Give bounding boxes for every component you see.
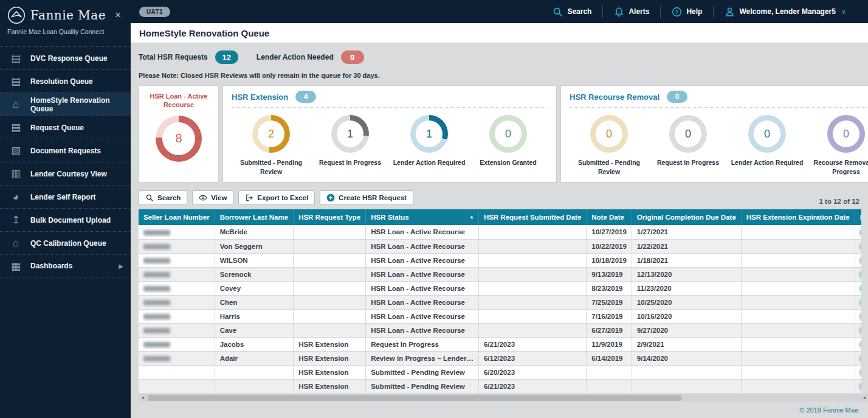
topbar-search-button[interactable]: Search xyxy=(542,7,602,17)
table-row[interactable]: Von SeggernHSR Loan - Active Recourse10/… xyxy=(139,239,861,253)
column-label: Original Completion Due Date xyxy=(637,214,736,221)
redacted-fannie-mae-loan-link[interactable] xyxy=(860,342,861,347)
status-donut: 0Extension Granted xyxy=(469,115,548,176)
topbar-alerts-button[interactable]: Alerts xyxy=(603,7,660,17)
sidebar-close-icon[interactable]: × xyxy=(112,9,123,21)
cell-status: HSR Loan - Active Recourse xyxy=(366,295,479,309)
cell-submitted: 6/12/2023 xyxy=(478,351,586,365)
content: Total HSR Requests12Lender Action Needed… xyxy=(131,43,868,418)
donut-ring: 0 xyxy=(489,115,527,153)
sidebar-item-lender-self-report[interactable]: ◕Lender Self Report xyxy=(0,185,131,208)
donut-label: Request in Progress xyxy=(652,158,725,167)
cell-note: 10/18/2019 xyxy=(587,253,632,267)
redacted-fannie-mae-loan-link[interactable] xyxy=(860,300,861,305)
donut-value: 0 xyxy=(590,115,628,153)
cell-borrower: McBride xyxy=(215,225,293,239)
table-row[interactable]: ChenHSR Loan - Active Recourse7/25/20191… xyxy=(139,295,861,309)
sidebar-item-homestyle-renovation-queue[interactable]: ⌂HomeStyle Renovation Queue xyxy=(0,92,131,116)
sidebar-item-request-queue[interactable]: ▤Request Queue xyxy=(0,116,131,139)
donut-value: 0 xyxy=(669,115,707,153)
sidebar-item-resolution-queue[interactable]: ▤Resolution Queue xyxy=(0,69,131,92)
redacted-fannie-mae-loan-link[interactable] xyxy=(860,370,861,375)
redacted-seller-loan-number xyxy=(143,356,170,361)
cell-note: 9/13/2019 xyxy=(587,267,632,281)
view-button[interactable]: View xyxy=(192,190,233,205)
donut-ring: 1 xyxy=(331,115,369,153)
column-header-borrower[interactable]: Borrower Last Name xyxy=(215,209,293,225)
cell-borrower: Adair xyxy=(215,351,293,365)
column-label: Note Date xyxy=(591,214,624,221)
scrollbar-thumb[interactable] xyxy=(148,395,681,401)
summary-count-badge: 9 xyxy=(341,51,364,64)
button-label: Create HSR Request xyxy=(339,194,407,201)
cell-due: 9/14/2020 xyxy=(632,351,741,365)
column-header-ext[interactable]: HSR Extension Expiration Date xyxy=(741,209,855,225)
redacted-fannie-mae-loan-link[interactable] xyxy=(860,230,861,235)
sidebar-item-dvc-response-queue[interactable]: ▤DVC Response Queue xyxy=(0,46,131,69)
column-header-note[interactable]: Note Date xyxy=(587,209,632,225)
column-header-submitted[interactable]: HSR Request Submitted Date xyxy=(478,209,586,225)
redacted-fannie-mae-loan-link[interactable] xyxy=(860,286,861,291)
cell-fnma xyxy=(855,323,861,337)
button-label: Export to Excel xyxy=(257,194,308,201)
redacted-fannie-mae-loan-link[interactable] xyxy=(860,384,861,389)
table-row[interactable]: ScrenockHSR Loan - Active Recourse9/13/2… xyxy=(139,267,861,281)
home-icon: ⌂ xyxy=(10,99,22,110)
horizontal-scrollbar[interactable]: ◂ ▸ xyxy=(139,394,868,402)
donut-row: 0Submitted - Pending Review0Request in P… xyxy=(570,115,868,176)
table-row[interactable]: JacobsHSR ExtensionRequest In Progress6/… xyxy=(139,337,861,351)
scroll-left-icon[interactable]: ◂ xyxy=(139,395,147,400)
redacted-fannie-mae-loan-link[interactable] xyxy=(860,328,861,333)
cell-seller xyxy=(139,309,215,323)
search-button[interactable]: Search xyxy=(139,190,187,205)
table-row[interactable]: WILSONHSR Loan - Active Recourse10/18/20… xyxy=(139,253,861,267)
redacted-fannie-mae-loan-link[interactable] xyxy=(860,272,861,277)
column-header-fnma[interactable]: Fannie Mae Loan # xyxy=(855,209,861,225)
cell-note xyxy=(587,379,632,393)
sidebar-item-qc-calibration-queue[interactable]: ⌂QC Calibration Queue xyxy=(0,231,131,254)
column-header-type[interactable]: HSR Request Type xyxy=(294,209,366,225)
upload-icon: ↥ xyxy=(10,215,22,225)
export-button[interactable]: Export to Excel xyxy=(238,190,315,205)
table-row[interactable]: CoveyHSR Loan - Active Recourse8/23/2019… xyxy=(139,281,861,295)
donut-label: Extension Granted xyxy=(472,158,545,167)
table-row[interactable]: HarrisHSR Loan - Active Recourse7/16/201… xyxy=(139,309,861,323)
sidebar-item-document-requests[interactable]: ▧Document Requests xyxy=(0,139,131,162)
redacted-fannie-mae-loan-link[interactable] xyxy=(860,244,861,249)
svg-text:?: ? xyxy=(675,9,679,15)
column-header-due[interactable]: Original Completion Due Date▲ xyxy=(632,209,741,225)
donut-ring: 0 xyxy=(827,115,865,153)
redacted-fannie-mae-loan-link[interactable] xyxy=(860,356,861,361)
cell-due: 10/16/2020 xyxy=(632,309,741,323)
topbar-help-button[interactable]: ?Help xyxy=(661,7,713,17)
donut-ring: 0 xyxy=(669,115,707,153)
topbar: UAT1 SearchAlerts?HelpWelcome, Lender Ma… xyxy=(131,0,868,23)
card-title: HSR Extension xyxy=(232,92,288,102)
cell-ext xyxy=(741,337,855,351)
scroll-right-icon[interactable]: ▸ xyxy=(861,395,868,400)
sidebar-item-lender-courtesy-view[interactable]: ▥Lender Courtesy View xyxy=(0,162,131,185)
topbar-alerts-label: Alerts xyxy=(629,7,649,16)
redacted-fannie-mae-loan-link[interactable] xyxy=(860,258,861,263)
donut-label: Lender Action Required xyxy=(731,158,804,167)
topbar-user-button[interactable]: Welcome, Lender Manager5∨ xyxy=(714,7,857,17)
sidebar-item-dashboards[interactable]: ▦Dashboards▶ xyxy=(0,254,131,277)
card-count-badge: 0 xyxy=(667,91,687,103)
cell-note: 7/25/2019 xyxy=(587,295,632,309)
donut-ring: 0 xyxy=(748,115,786,153)
sidebar-item-bulk-document-upload[interactable]: ↥Bulk Document Upload xyxy=(0,208,131,231)
redacted-seller-loan-number xyxy=(143,328,170,333)
table-row[interactable]: AdairHSR ExtensionReview in Progress – L… xyxy=(139,351,861,365)
column-header-seller[interactable]: Seller Loan Number xyxy=(139,209,215,225)
cell-borrower xyxy=(215,365,293,379)
table-row[interactable]: HSR ExtensionSubmitted - Pending Review6… xyxy=(139,379,861,393)
cell-submitted xyxy=(478,281,586,295)
cell-submitted xyxy=(478,323,586,337)
table-row[interactable]: HSR ExtensionSubmitted - Pending Review6… xyxy=(139,365,861,379)
create-hsr-request-button[interactable]: Create HSR Request xyxy=(320,190,413,205)
table-row[interactable]: CaveHSR Loan - Active Recourse6/27/20199… xyxy=(139,323,861,337)
redacted-fannie-mae-loan-link[interactable] xyxy=(860,314,861,319)
sidebar-item-label: Document Requests xyxy=(30,147,123,155)
column-header-status[interactable]: HSR Status▲ xyxy=(366,209,479,225)
table-row[interactable]: McBrideHSR Loan - Active Recourse10/27/2… xyxy=(139,225,861,239)
